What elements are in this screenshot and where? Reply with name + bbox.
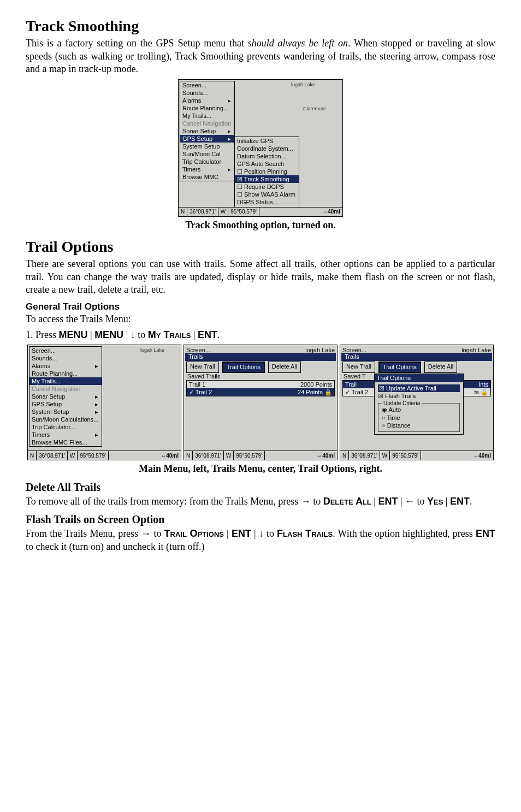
sep: | (224, 528, 232, 539)
menu-item[interactable]: Screen... (29, 347, 102, 354)
menu-item[interactable]: Timers▸ (29, 431, 102, 438)
menu-item[interactable]: Sonar Setup▸ (180, 127, 234, 135)
menu-item[interactable]: Trip Calculator (180, 158, 234, 165)
menu-item[interactable]: Screen... (180, 81, 234, 89)
menu-item[interactable]: Route Planning... (180, 104, 234, 112)
zoom-scale: ↔ 40mi (471, 451, 493, 460)
trail-options-button[interactable]: Trail Options (378, 361, 421, 372)
update-criteria-group: Update Criteria Auto Time Distance (378, 403, 460, 432)
lat-val: 36°08.971' (349, 451, 380, 460)
para-track-smoothing: This is a factory setting on the GPS Set… (26, 37, 495, 75)
text: . With the option highlighted, press (333, 528, 476, 539)
menu-item-selected[interactable]: My Trails... (29, 377, 102, 385)
heading-trail-options: Trail Options (26, 237, 495, 257)
lat-val: 36°08.971' (187, 208, 218, 216)
key: ENT (450, 496, 470, 507)
menu-item[interactable]: GPS Auto Search (235, 160, 299, 168)
lon-ew: W (380, 451, 390, 460)
status-bar: N 36°08.971' W 95°50.579' ↔ 40mi (184, 451, 337, 460)
delete-all-button[interactable]: Delete All (268, 361, 301, 372)
caption-track-smoothing: Track Smoothing option, turned on. (26, 219, 495, 232)
key: ENT (476, 528, 495, 539)
menu-item[interactable]: DGPS Status... (235, 198, 299, 206)
gps-setup-submenu: Initialize GPS Coordinate System... Datu… (234, 137, 299, 214)
menu-item[interactable]: Browse MMC Files... (29, 438, 102, 446)
trail-row-selected[interactable]: Trail 2 24 Points 🔒 (187, 388, 334, 396)
pts: 24 Points (298, 389, 323, 395)
lat-ns: N (179, 208, 187, 216)
submenu-arrow-icon: ▸ (95, 431, 98, 438)
popup-item[interactable]: Flash Trails (378, 392, 460, 400)
trail-points: 24 Points 🔒 (298, 388, 332, 396)
key: Flash Trails (277, 528, 333, 539)
label: Timers (182, 166, 200, 173)
trail-row[interactable]: Trail 1 2000 Points (187, 381, 334, 388)
submenu-arrow-icon: ▸ (95, 393, 98, 400)
menu-item[interactable]: Sun/Moon Calculations... (29, 416, 102, 423)
text: | ← to (398, 496, 427, 507)
menu-item[interactable]: System Setup (180, 143, 234, 150)
menu-item[interactable]: Sounds... (29, 354, 102, 362)
key: ENT (232, 528, 251, 539)
trail-options-button[interactable]: Trail Options (222, 361, 265, 372)
key: ENT (198, 329, 217, 340)
label: System Setup (32, 408, 69, 415)
menu-item-selected[interactable]: GPS Setup▸ (180, 135, 234, 143)
popup-item-selected[interactable]: Update Active Trail (378, 384, 460, 392)
text: From the Trails Menu, press → to (26, 528, 164, 539)
menu-item[interactable]: GPS Setup▸ (29, 400, 102, 408)
menu-item[interactable]: My Trails... (180, 112, 234, 120)
menu-item[interactable]: Timers▸ (180, 165, 234, 173)
menu-item[interactable]: Initialize GPS (235, 137, 299, 145)
lon-ew: W (218, 208, 228, 216)
menu-item[interactable]: Alarms▸ (180, 97, 234, 104)
text: 1. Press (26, 329, 59, 340)
lat-val: 36°08.971' (37, 451, 68, 460)
sep: | (443, 496, 450, 507)
key: Trail Options (164, 528, 224, 539)
submenu-arrow-icon: ▸ (228, 135, 231, 143)
menu-item: Cancel Navigation (29, 385, 102, 393)
text: | ↓ to (123, 329, 148, 340)
delete-all-button[interactable]: Delete All (424, 361, 457, 372)
label: Sonar Setup (182, 128, 216, 134)
para-delete-all: To remove all of the trails from memory:… (26, 495, 495, 508)
screenshot-track-smoothing: logah Lake Claremore Screen... Sounds...… (178, 79, 343, 217)
key: Yes (427, 496, 443, 507)
menu-item-selected[interactable]: Track Smoothing (235, 175, 299, 183)
submenu-arrow-icon: ▸ (228, 165, 231, 173)
new-trail-button[interactable]: New Trail (186, 361, 219, 372)
menu-item[interactable]: Trip Calculator... (29, 423, 102, 431)
menu-item[interactable]: Show WAAS Alarm (235, 191, 299, 198)
caption-trails: Main Menu, left, Trails Menu, center, Tr… (26, 463, 495, 475)
menu-item[interactable]: Browse MMC (180, 173, 234, 181)
menu-item[interactable]: Position Pinning (235, 168, 299, 175)
trail-points: ts 🔒 (474, 388, 488, 396)
main-menu: Screen... Sounds... Alarms▸ Route Planni… (180, 81, 235, 181)
text: . (470, 496, 472, 507)
menu-item[interactable]: Coordinate System... (235, 145, 299, 152)
menu-item[interactable]: Datum Selection... (235, 152, 299, 160)
menu-item[interactable]: Sonar Setup▸ (29, 393, 102, 400)
sep: | (191, 329, 198, 340)
list-header: Saved Trails (187, 372, 221, 380)
lat-ns: N (28, 451, 37, 460)
menu-item[interactable]: System Setup▸ (29, 408, 102, 416)
menu-item[interactable]: Alarms▸ (29, 362, 102, 370)
trail-points: ints (479, 381, 488, 388)
radio-auto[interactable]: Auto (382, 406, 456, 413)
trail-name: Trail (345, 381, 357, 388)
label: Timers (32, 431, 50, 438)
radio-time[interactable]: Time (382, 414, 456, 422)
new-trail-button[interactable]: New Trail (342, 361, 375, 372)
menu-item[interactable]: Sounds... (180, 89, 234, 97)
menu-item[interactable]: Route Planning... (29, 370, 102, 377)
heading-general-trail-options: General Trail Options (26, 301, 495, 313)
para-flash-trails: From the Trails Menu, press → to Trail O… (26, 527, 495, 553)
label: Sonar Setup (32, 393, 65, 400)
lat-val: 36°08.971' (193, 451, 224, 460)
submenu-arrow-icon: ▸ (95, 362, 98, 370)
menu-item[interactable]: Sun/Moon Cal (180, 150, 234, 158)
radio-distance[interactable]: Distance (382, 422, 456, 429)
menu-item[interactable]: Require DGPS (235, 183, 299, 191)
